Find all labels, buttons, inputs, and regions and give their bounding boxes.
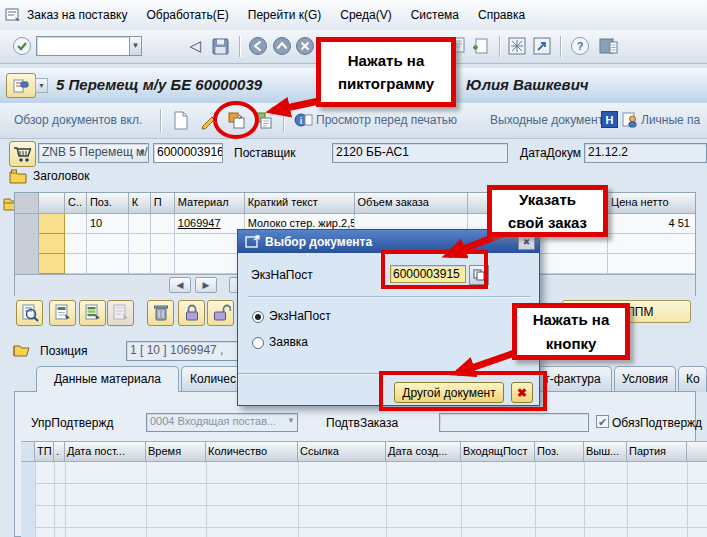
command-dropdown-icon[interactable]: ▼ bbox=[129, 36, 142, 56]
conf-col-dot[interactable]: . bbox=[54, 441, 65, 462]
order-type-dropdown-icon[interactable]: ▼ bbox=[136, 145, 148, 161]
doc-date-field[interactable]: 21.12.2 bbox=[584, 143, 707, 163]
save-icon[interactable] bbox=[209, 35, 231, 57]
menu-item-environment[interactable]: Среда(V) bbox=[340, 8, 391, 22]
customize-layout-icon[interactable] bbox=[596, 35, 620, 57]
delete-item-button[interactable] bbox=[147, 300, 174, 326]
confirmation-panel: УпрПодтвержд 0004 Входящая постав... ▼ П… bbox=[14, 391, 696, 537]
page-title-left: 5 Перемещ м/у БЕ 60000039 bbox=[56, 76, 262, 93]
personal-settings-button[interactable]: Личные па bbox=[641, 113, 700, 127]
conf-table-header: ТП . Дата пост... Время Количество Ссылк… bbox=[21, 441, 707, 462]
item1-material-link[interactable]: 1069947 bbox=[175, 214, 245, 234]
page-star-icon[interactable] bbox=[470, 35, 492, 57]
search-item-button[interactable] bbox=[16, 300, 43, 326]
item-detail-list-button[interactable] bbox=[79, 300, 106, 326]
radio-expost[interactable] bbox=[252, 311, 264, 323]
item1-pos: 10 bbox=[87, 214, 129, 234]
command-field[interactable] bbox=[36, 36, 130, 56]
items-col-text[interactable]: Краткий текст bbox=[245, 193, 355, 214]
scroll-right-icon[interactable]: ▶ bbox=[195, 277, 217, 293]
back-icon[interactable]: ◁ bbox=[186, 35, 204, 57]
item-disabled-button bbox=[107, 300, 134, 326]
order-ack-field[interactable] bbox=[439, 413, 589, 432]
supplier-label: Поставщик bbox=[234, 146, 296, 160]
items-col-p[interactable]: П bbox=[151, 193, 175, 214]
scroll-left-icon[interactable]: ◀ bbox=[169, 277, 191, 293]
conf-col-ref[interactable]: Ссылка bbox=[298, 441, 386, 462]
help-h-icon[interactable]: H bbox=[601, 111, 618, 128]
unlock-item-button[interactable] bbox=[207, 300, 234, 326]
menu-item-order[interactable]: Заказ на поставку bbox=[27, 8, 127, 22]
menu-item-edit[interactable]: Обработать(E) bbox=[146, 8, 228, 22]
conf-col-time[interactable]: Время bbox=[146, 441, 206, 462]
page-title-right: Юлия Вашкевич bbox=[466, 76, 589, 93]
items-col-price[interactable]: Цена нетто bbox=[608, 193, 695, 214]
item-details-button[interactable] bbox=[49, 300, 76, 326]
services-dropdown-icon[interactable]: ▼ bbox=[35, 78, 48, 93]
callout1-line2: пиктограмму bbox=[338, 72, 434, 95]
create-document-icon[interactable] bbox=[171, 110, 191, 131]
order-number-field[interactable]: 6000003916 bbox=[153, 143, 223, 163]
items-col-status[interactable]: С.. bbox=[65, 193, 87, 214]
order-type-dropdown[interactable]: ZNB 5 Перемещ м/у ... bbox=[38, 143, 149, 163]
services-for-object-icon[interactable] bbox=[6, 73, 36, 98]
dialog-field-label: ЭкзНаПост bbox=[251, 268, 313, 282]
conf-col-date[interactable]: Дата пост... bbox=[65, 441, 146, 462]
tab-contact[interactable]: Ко bbox=[678, 366, 707, 392]
exit-up-icon[interactable] bbox=[271, 35, 293, 57]
conf-col-tp[interactable]: ТП bbox=[35, 441, 54, 462]
cancel-x-icon[interactable] bbox=[294, 35, 316, 57]
print-preview-icon[interactable]: i bbox=[292, 110, 314, 131]
back-arrow-icon[interactable] bbox=[247, 35, 269, 57]
cart-icon bbox=[9, 141, 36, 167]
radio-request[interactable] bbox=[252, 337, 264, 349]
conf-col-inbound[interactable]: ВходящПост bbox=[461, 441, 535, 462]
display-change-pencil-icon[interactable] bbox=[197, 110, 219, 131]
copy-document-icon[interactable] bbox=[252, 110, 275, 132]
doc-overview-button[interactable]: Обзор документов вкл. bbox=[14, 113, 142, 127]
conf-col-qty[interactable]: Количество bbox=[206, 441, 298, 462]
personal-settings-icon[interactable] bbox=[620, 110, 639, 129]
item1-net-price: 4 51 bbox=[608, 214, 695, 234]
conf-control-dropdown-icon[interactable]: ▼ bbox=[285, 416, 297, 429]
header-folder-icon[interactable] bbox=[8, 167, 28, 186]
output-documents-button[interactable]: Выходные документы bbox=[490, 113, 612, 127]
items-col-qty[interactable]: Объем заказа bbox=[355, 193, 469, 214]
conf-control-dropdown[interactable]: 0004 Входящая постав... bbox=[146, 413, 298, 432]
callout2-line2: свой заказ bbox=[508, 211, 587, 234]
items-col-material[interactable]: Материал bbox=[175, 193, 245, 214]
position-value-field[interactable]: 1 [ 10 ] 1069947 , bbox=[126, 341, 238, 361]
conf-table-body[interactable] bbox=[21, 462, 707, 537]
print-preview-button[interactable]: Просмотр перед печатью bbox=[316, 113, 457, 127]
conf-col-upper[interactable]: Выш... bbox=[584, 441, 627, 462]
position-folder-icon[interactable] bbox=[12, 340, 34, 360]
lock-item-button[interactable] bbox=[178, 300, 205, 326]
menu-item-help[interactable]: Справка bbox=[478, 8, 525, 22]
conf-col-created[interactable]: Дата созд... bbox=[386, 441, 461, 462]
new-session-icon[interactable] bbox=[506, 35, 528, 57]
tab-material-data[interactable]: Данные материала bbox=[36, 366, 179, 392]
ack-required-checkbox[interactable]: ✔ bbox=[596, 415, 609, 428]
items-col-select[interactable] bbox=[15, 193, 39, 214]
menu-item-system[interactable]: Система bbox=[411, 8, 459, 22]
conf-col-batch[interactable]: Партия bbox=[627, 441, 687, 462]
callout3-line1: Нажать на bbox=[533, 308, 609, 331]
create-shortcut-icon[interactable] bbox=[531, 35, 553, 57]
conf-col-pos[interactable]: Поз. bbox=[535, 441, 584, 462]
system-menu-icon[interactable] bbox=[4, 6, 22, 24]
items-col-pos[interactable]: Поз. bbox=[87, 193, 129, 214]
conf-col-cut bbox=[687, 441, 707, 462]
enter-icon[interactable] bbox=[11, 35, 33, 57]
items-col-blank bbox=[39, 193, 65, 214]
items-col-k[interactable]: К bbox=[129, 193, 151, 214]
input-highlight-rect bbox=[381, 250, 488, 289]
other-document-icon[interactable] bbox=[225, 110, 248, 132]
tab-quantities[interactable]: Количес bbox=[181, 366, 241, 392]
tab-conditions[interactable]: Условия bbox=[614, 366, 676, 392]
help-icon[interactable]: ? bbox=[569, 35, 591, 57]
application-toolbar: Обзор документов вкл. i Просмотр перед п… bbox=[0, 103, 707, 139]
menu-item-goto[interactable]: Перейти к(G) bbox=[248, 8, 321, 22]
conf-control-label: УпрПодтвержд bbox=[31, 416, 113, 430]
supplier-field[interactable]: 2120 ББ-АС1 bbox=[332, 143, 508, 163]
doc-date-label: ДатаДокум bbox=[520, 146, 581, 160]
